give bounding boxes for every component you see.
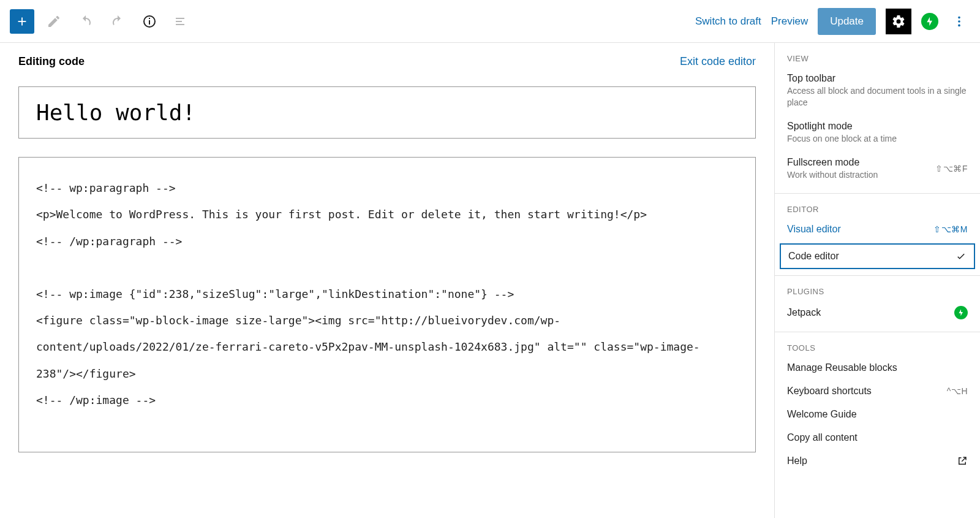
- panel-item-desc: Access all block and document tools in a…: [787, 85, 968, 109]
- post-title-box: [18, 86, 756, 139]
- panel-item-keyboard-shortcuts[interactable]: Keyboard shortcuts ^⌥H: [775, 379, 980, 403]
- toolbar-left-group: [10, 9, 194, 34]
- panel-item-shortcut: ⇧⌥⌘F: [935, 164, 968, 173]
- panel-item-shortcut: ⇧⌥⌘M: [933, 224, 968, 234]
- redo-icon: [110, 14, 125, 29]
- panel-item-title: Spotlight mode: [787, 121, 968, 132]
- toolbar-right-group: Switch to draft Preview Update: [695, 8, 970, 35]
- more-options-button[interactable]: [948, 10, 970, 32]
- panel-item-welcome-guide[interactable]: Welcome Guide: [775, 403, 980, 426]
- pencil-icon: [47, 14, 61, 29]
- editor-top-toolbar: Switch to draft Preview Update: [0, 0, 980, 43]
- more-options-panel: VIEW Top toolbar Access all block and do…: [774, 43, 980, 518]
- panel-item-code-editor[interactable]: Code editor: [780, 243, 975, 269]
- check-icon: [956, 251, 967, 262]
- jetpack-icon: [954, 306, 968, 319]
- outline-button[interactable]: [169, 9, 194, 34]
- post-content-box: [18, 157, 756, 452]
- panel-item-title: Jetpack: [787, 307, 821, 318]
- code-editor-header: Editing code Exit code editor: [18, 55, 756, 68]
- svg-point-4: [958, 20, 960, 23]
- panel-item-title: Help: [787, 455, 807, 467]
- svg-point-3: [958, 16, 960, 18]
- panel-item-title: Fullscreen mode: [787, 157, 878, 168]
- panel-item-title: Welcome Guide: [787, 409, 968, 420]
- panel-item-title: Copy all content: [787, 432, 968, 443]
- panel-item-copy-all-content[interactable]: Copy all content: [775, 426, 980, 449]
- code-editor-area: Editing code Exit code editor: [0, 43, 774, 518]
- preview-button[interactable]: Preview: [771, 15, 808, 28]
- plus-icon: [15, 15, 29, 28]
- gear-icon: [891, 14, 906, 29]
- external-link-icon: [957, 455, 968, 467]
- edit-mode-button[interactable]: [42, 9, 66, 34]
- svg-rect-2: [149, 18, 150, 19]
- undo-icon: [78, 14, 93, 29]
- panel-item-title: Top toolbar: [787, 73, 968, 84]
- panel-item-desc: Focus on one block at a time: [787, 133, 968, 145]
- info-button[interactable]: [137, 9, 162, 34]
- panel-item-shortcut: ^⌥H: [947, 386, 968, 396]
- panel-item-fullscreen-mode[interactable]: Fullscreen mode Work without distraction…: [775, 151, 980, 187]
- panel-item-manage-reusable-blocks[interactable]: Manage Reusable blocks: [775, 356, 980, 379]
- panel-item-title: Manage Reusable blocks: [787, 362, 968, 373]
- panel-item-title: Visual editor: [787, 224, 841, 235]
- svg-rect-1: [149, 20, 150, 25]
- exit-code-editor-link[interactable]: Exit code editor: [680, 55, 756, 68]
- panel-section-editor-label: EDITOR: [775, 194, 980, 218]
- panel-item-visual-editor[interactable]: Visual editor ⇧⌥⌘M: [775, 218, 980, 241]
- redo-button[interactable]: [105, 9, 130, 34]
- update-button[interactable]: Update: [818, 8, 876, 35]
- post-title-input[interactable]: [36, 99, 738, 126]
- panel-section-plugins-label: PLUGINS: [775, 276, 980, 300]
- panel-item-jetpack[interactable]: Jetpack: [775, 300, 980, 326]
- editing-code-label: Editing code: [18, 55, 85, 68]
- switch-to-draft-button[interactable]: Switch to draft: [695, 15, 761, 28]
- list-view-icon: [174, 14, 189, 29]
- post-content-textarea[interactable]: [36, 175, 738, 432]
- panel-item-spotlight-mode[interactable]: Spotlight mode Focus on one block at a t…: [775, 115, 980, 151]
- panel-item-help[interactable]: Help: [775, 449, 980, 473]
- add-block-button[interactable]: [10, 9, 34, 34]
- panel-item-desc: Work without distraction: [787, 169, 878, 181]
- panel-item-title: Code editor: [788, 251, 839, 262]
- panel-section-view-label: VIEW: [775, 43, 980, 67]
- panel-item-top-toolbar[interactable]: Top toolbar Access all block and documen…: [775, 67, 980, 115]
- svg-point-5: [958, 24, 960, 26]
- panel-section-tools-label: TOOLS: [775, 332, 980, 356]
- panel-item-title: Keyboard shortcuts: [787, 386, 872, 397]
- jetpack-icon: [925, 17, 935, 26]
- jetpack-button[interactable]: [921, 13, 938, 30]
- settings-button[interactable]: [886, 9, 911, 34]
- undo-button[interactable]: [74, 9, 98, 34]
- kebab-icon: [952, 15, 966, 28]
- info-icon: [142, 14, 157, 29]
- body-wrap: Editing code Exit code editor VIEW Top t…: [0, 43, 980, 518]
